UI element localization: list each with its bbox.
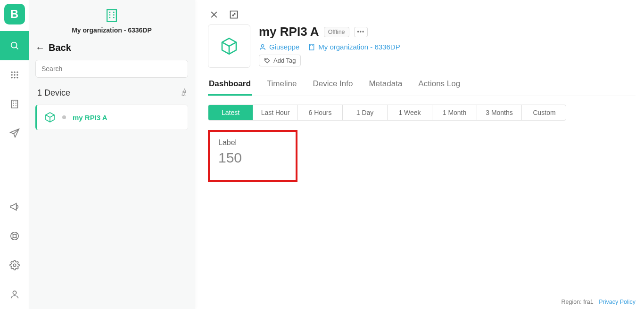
rail-apps[interactable] bbox=[0, 60, 29, 89]
rail-messages[interactable] bbox=[0, 119, 29, 148]
svg-point-3 bbox=[14, 72, 15, 73]
rail-organizations[interactable] bbox=[0, 89, 29, 119]
svg-point-40 bbox=[265, 59, 266, 60]
search-input[interactable] bbox=[35, 60, 188, 78]
status-badge: Offline bbox=[324, 27, 349, 37]
org-link[interactable]: My organization - 6336DP bbox=[308, 43, 400, 51]
svg-point-6 bbox=[14, 74, 15, 75]
building-icon bbox=[308, 43, 315, 51]
brand-logo[interactable]: B bbox=[4, 4, 25, 24]
device-count: 1 Device bbox=[37, 88, 70, 98]
rail-settings[interactable] bbox=[0, 251, 29, 280]
region-label: Region: bbox=[561, 299, 582, 305]
device-list-item[interactable]: my RPI3 A bbox=[35, 105, 188, 130]
svg-point-5 bbox=[11, 74, 12, 75]
close-icon bbox=[209, 10, 219, 19]
search-icon bbox=[9, 41, 20, 51]
svg-point-2 bbox=[11, 72, 12, 73]
range-6-hours[interactable]: 6 Hours bbox=[298, 105, 343, 120]
user-icon bbox=[9, 289, 20, 300]
arrow-left-icon: ← bbox=[35, 42, 45, 53]
tab-timeline[interactable]: Timeline bbox=[266, 79, 298, 96]
device-avatar bbox=[208, 24, 250, 68]
close-button[interactable] bbox=[208, 8, 220, 21]
dashboard-widget: Label 150 bbox=[208, 130, 297, 182]
brand-letter: B bbox=[10, 8, 18, 21]
range-1-day[interactable]: 1 Day bbox=[343, 105, 388, 120]
svg-point-10 bbox=[17, 77, 18, 78]
range-1-month[interactable]: 1 Month bbox=[432, 105, 477, 120]
sort-button[interactable]: ↓AZ bbox=[180, 89, 186, 98]
region-value: fra1 bbox=[583, 299, 594, 305]
device-title: my RPI3 A bbox=[259, 24, 319, 39]
org-link-label: My organization - 6336DP bbox=[318, 43, 400, 51]
privacy-link[interactable]: Privacy Policy bbox=[599, 299, 636, 305]
grid-icon bbox=[10, 70, 19, 80]
svg-point-19 bbox=[13, 234, 16, 237]
expand-icon bbox=[229, 10, 239, 19]
building-icon bbox=[9, 99, 20, 109]
footer: Region: fra1 Privacy Policy bbox=[561, 299, 636, 305]
svg-point-9 bbox=[14, 77, 15, 78]
nav-rail: B bbox=[0, 0, 29, 309]
range-latest[interactable]: Latest bbox=[208, 105, 253, 120]
svg-rect-11 bbox=[11, 100, 17, 108]
back-button[interactable]: ← Back bbox=[35, 42, 188, 53]
add-tag-label: Add Tag bbox=[273, 57, 296, 64]
status-dot-offline bbox=[62, 115, 66, 119]
user-icon bbox=[259, 43, 266, 51]
tab-actions-log[interactable]: Actions Log bbox=[417, 79, 461, 96]
range-1-week[interactable]: 1 Week bbox=[388, 105, 432, 120]
gear-icon bbox=[9, 260, 20, 270]
cube-icon bbox=[44, 112, 56, 123]
svg-point-4 bbox=[17, 72, 18, 73]
svg-point-8 bbox=[11, 77, 12, 78]
back-label: Back bbox=[49, 42, 71, 53]
svg-point-7 bbox=[17, 74, 18, 75]
org-header: My organization - 6336DP bbox=[35, 6, 188, 38]
paper-plane-icon bbox=[9, 128, 20, 138]
rail-help[interactable] bbox=[0, 221, 29, 251]
tabs: Dashboard Timeline Device Info Metadata … bbox=[208, 79, 636, 96]
rail-search[interactable] bbox=[0, 31, 29, 60]
rail-profile[interactable] bbox=[0, 280, 29, 309]
tag-icon bbox=[264, 57, 271, 64]
svg-point-36 bbox=[261, 44, 264, 47]
more-button[interactable]: ••• bbox=[354, 27, 368, 37]
rail-announcements[interactable] bbox=[0, 192, 29, 221]
svg-rect-26 bbox=[107, 9, 116, 22]
device-name: my RPI3 A bbox=[73, 114, 107, 122]
sidebar: My organization - 6336DP ← Back 1 Device… bbox=[29, 0, 195, 309]
main-content: my RPI3 A Offline ••• Giuseppe My organi… bbox=[195, 0, 644, 309]
time-range-bar: Latest Last Hour 6 Hours 1 Day 1 Week 1 … bbox=[208, 105, 566, 121]
owner-link[interactable]: Giuseppe bbox=[259, 43, 299, 51]
building-icon bbox=[104, 8, 120, 24]
svg-point-24 bbox=[13, 264, 16, 267]
range-last-hour[interactable]: Last Hour bbox=[253, 105, 298, 120]
range-3-months[interactable]: 3 Months bbox=[477, 105, 522, 120]
add-tag-button[interactable]: Add Tag bbox=[259, 55, 301, 66]
svg-rect-37 bbox=[310, 44, 314, 50]
lifebuoy-icon bbox=[9, 231, 20, 241]
owner-name: Giuseppe bbox=[269, 43, 299, 51]
svg-line-1 bbox=[16, 47, 17, 49]
widget-label: Label bbox=[218, 138, 287, 147]
cube-icon bbox=[220, 37, 239, 56]
org-name: My organization - 6336DP bbox=[72, 26, 152, 34]
tab-dashboard[interactable]: Dashboard bbox=[208, 79, 252, 96]
svg-point-0 bbox=[11, 42, 17, 48]
range-custom[interactable]: Custom bbox=[522, 105, 566, 120]
tab-device-info[interactable]: Device Info bbox=[312, 79, 354, 96]
expand-button[interactable] bbox=[228, 8, 240, 21]
megaphone-icon bbox=[9, 202, 20, 212]
widget-value: 150 bbox=[218, 150, 287, 166]
svg-point-25 bbox=[13, 291, 16, 294]
tab-metadata[interactable]: Metadata bbox=[368, 79, 403, 96]
